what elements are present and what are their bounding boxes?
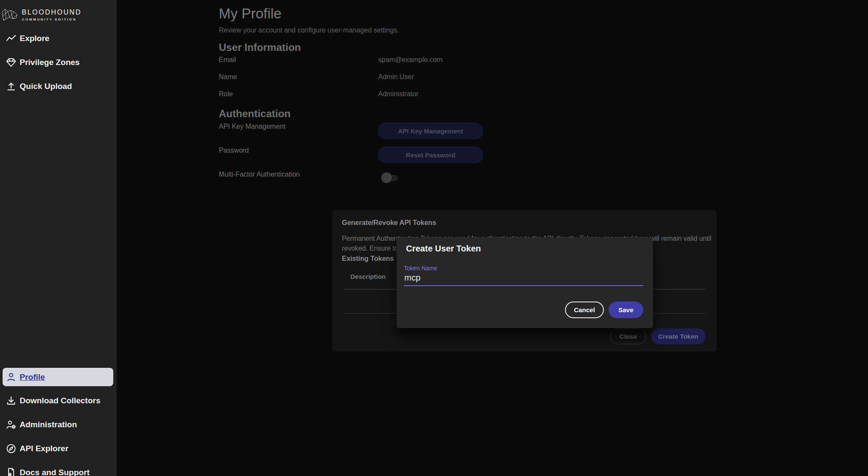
existing-tokens-heading: Existing Tokens <box>342 255 394 263</box>
description-column-header: Description <box>350 273 386 280</box>
sidebar-item-label: Explore <box>20 34 50 43</box>
document-icon <box>6 467 17 476</box>
page-title: My Profile <box>219 6 282 22</box>
cancel-button[interactable]: Cancel <box>565 302 604 318</box>
save-button[interactable]: Save <box>609 302 643 318</box>
brand-name: BLOODHOUND <box>22 9 82 16</box>
api-key-management-label: API Key Management <box>219 123 285 130</box>
bloodhound-logo: BLOODHOUND COMMUNITY EDITION <box>2 8 82 22</box>
user-information-heading: User Information <box>219 41 301 53</box>
dialog-title: Create User Token <box>406 244 481 254</box>
token-name-label: Token Name <box>404 265 438 272</box>
trending-chart-icon <box>6 33 17 44</box>
person-gear-icon <box>6 419 17 430</box>
sidebar-item-profile[interactable]: Profile <box>3 368 113 386</box>
sidebar-item-privilege-zones[interactable]: Privilege Zones <box>0 50 117 74</box>
sidebar: BLOODHOUND COMMUNITY EDITION Explore Pri… <box>0 0 117 476</box>
sidebar-item-administration[interactable]: Administration <box>0 413 117 437</box>
page-subtitle: Review your account and configure user-m… <box>219 27 399 34</box>
name-value: Admin User <box>378 73 414 81</box>
create-token-button[interactable]: Create Token <box>651 328 706 344</box>
reset-password-button[interactable]: Reset Password <box>378 146 483 163</box>
sidebar-item-label: Quick Upload <box>20 82 72 91</box>
authentication-heading: Authentication <box>219 108 291 120</box>
email-label: Email <box>219 56 236 64</box>
token-name-input[interactable] <box>404 272 643 286</box>
email-value: spam@example.com <box>378 56 443 64</box>
sidebar-item-label: Administration <box>20 420 77 429</box>
upload-icon <box>6 81 17 92</box>
token-card-title: Generate/Revoke API Tokens <box>342 219 436 227</box>
sidebar-item-label: Download Collectors <box>20 396 100 405</box>
mfa-toggle[interactable] <box>381 172 399 183</box>
name-label: Name <box>219 73 237 81</box>
toggle-knob <box>381 172 392 183</box>
download-icon <box>6 395 17 406</box>
password-label: Password <box>219 147 249 154</box>
role-label: Role <box>219 90 233 98</box>
sidebar-item-docs-and-support[interactable]: Docs and Support <box>0 461 117 476</box>
role-value: Administrator <box>378 90 418 98</box>
gem-icon <box>6 57 17 68</box>
sidebar-item-quick-upload[interactable]: Quick Upload <box>0 74 117 98</box>
sidebar-item-label: Privilege Zones <box>20 58 79 67</box>
close-button[interactable]: Close <box>610 328 646 344</box>
brand-edition: COMMUNITY EDITION <box>22 18 82 21</box>
sidebar-item-label: API Explorer <box>20 444 68 453</box>
sidebar-item-label: Docs and Support <box>20 468 90 476</box>
sidebar-item-label: Profile <box>20 373 45 382</box>
dog-logo-icon <box>2 8 19 22</box>
sidebar-item-api-explorer[interactable]: API Explorer <box>0 437 117 461</box>
mfa-label: Multi-Factor Authentication <box>219 171 300 178</box>
person-icon <box>6 372 17 383</box>
compass-icon <box>6 443 17 454</box>
create-user-token-dialog: Create User Token Token Name Cancel Save <box>397 237 653 328</box>
api-key-management-button[interactable]: API Key Management <box>378 122 483 139</box>
sidebar-item-explore[interactable]: Explore <box>0 27 117 50</box>
sidebar-item-download-collectors[interactable]: Download Collectors <box>0 389 117 413</box>
